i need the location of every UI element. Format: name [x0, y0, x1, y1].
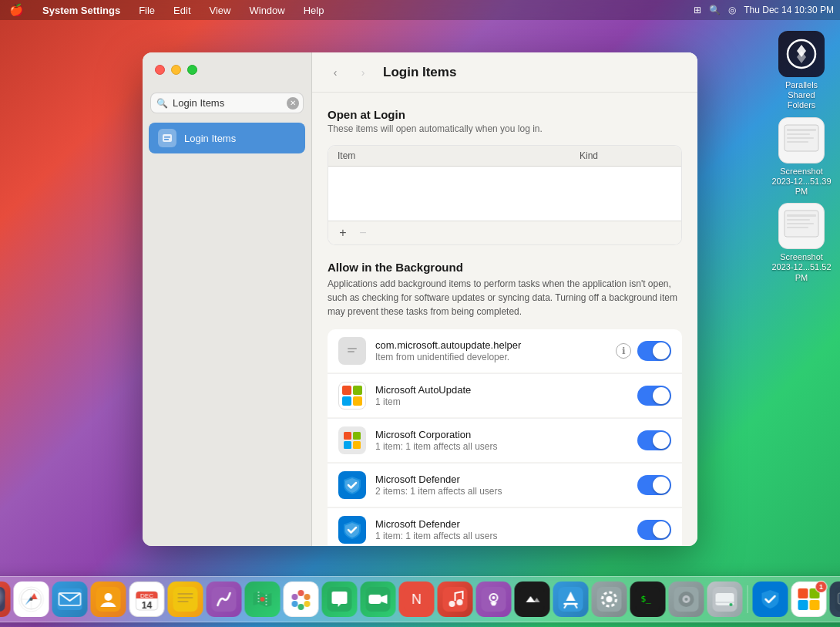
bg-item-ms-autoupdate-helper: com.microsoft.autoupdate.helper Item fro… [328, 329, 682, 372]
dock-mail[interactable] [52, 581, 88, 617]
search-input[interactable] [150, 93, 304, 113]
svg-text:N: N [412, 592, 422, 607]
ms-defender-2-name: Microsoft Defender [375, 518, 628, 530]
dock-notes[interactable] [168, 581, 203, 617]
screenshot1-icon [778, 117, 825, 163]
menubar-app-name[interactable]: System Settings [39, 3, 123, 18]
allow-background-section: Allow in the Background Applications add… [328, 261, 682, 546]
menubar-file[interactable]: File [136, 3, 158, 18]
ms-defender-1-info: Microsoft Defender 2 items: 1 item affec… [375, 474, 628, 497]
svg-rect-10 [787, 227, 808, 228]
svg-rect-92 [798, 588, 808, 598]
dock-launchpad[interactable]: 🚀 [0, 581, 11, 617]
ms-autoupdate-sub: 1 item [375, 396, 628, 407]
dock-diskutil[interactable] [669, 581, 704, 617]
menubar-edit[interactable]: Edit [170, 3, 193, 18]
search-clear-button[interactable]: ✕ [287, 97, 299, 110]
dock-drive[interactable] [707, 581, 743, 617]
svg-rect-94 [798, 600, 808, 610]
ms-autoupdate-icon [338, 382, 366, 410]
login-items-table: Item Kind + − [328, 145, 682, 245]
ms-corp-name: Microsoft Corporation [375, 429, 628, 440]
search-icon-menubar[interactable]: 🔍 [709, 5, 721, 15]
minimize-button[interactable] [171, 65, 181, 75]
desktop-icon-screenshot2[interactable]: Screenshot2023-12...51.52 PM [771, 203, 832, 283]
open-at-login-desc: These items will open automatically when… [328, 123, 682, 136]
svg-rect-17 [342, 386, 351, 395]
ms-autoupdate-controls [637, 386, 671, 406]
dock-freeform[interactable] [207, 581, 242, 617]
sidebar-item-login-items[interactable]: Login Items [149, 123, 305, 153]
svg-rect-56 [178, 601, 189, 602]
menubar-help[interactable]: Help [301, 3, 328, 18]
svg-rect-21 [344, 432, 351, 440]
ms-autoupdate-helper-sub: Item from unidentified developer. [375, 352, 606, 362]
dock-defender[interactable] [753, 581, 788, 617]
svg-rect-55 [178, 597, 193, 598]
title-bar: ‹ › Login Items [312, 52, 697, 93]
dock-calendar[interactable]: 14DEC [129, 581, 165, 617]
dock-maps[interactable] [245, 581, 281, 617]
dock-remote[interactable] [830, 581, 841, 617]
svg-point-64 [292, 601, 298, 607]
remove-item-button[interactable]: − [354, 224, 371, 241]
svg-point-80 [606, 596, 613, 602]
dock-facetime[interactable] [361, 581, 396, 617]
dock-podcasts[interactable] [476, 581, 512, 617]
add-item-button[interactable]: + [334, 224, 351, 241]
svg-rect-33 [0, 587, 5, 612]
page-title: Login Items [383, 65, 456, 80]
svg-rect-23 [344, 441, 351, 449]
svg-point-43 [30, 598, 33, 601]
svg-point-72 [449, 601, 455, 607]
apple-menu[interactable]: 🍎 [6, 2, 27, 19]
ms-autoupdate-helper-toggle[interactable] [637, 341, 671, 361]
ms-defender-2-toggle[interactable] [637, 520, 671, 540]
screenshot2-label: Screenshot2023-12...51.52 PM [771, 252, 832, 283]
background-desc: Applications add background items to per… [328, 277, 682, 319]
dock-appstore[interactable] [553, 581, 589, 617]
dock-messages[interactable] [322, 581, 358, 617]
svg-rect-95 [810, 600, 820, 610]
table-header: Item Kind [328, 146, 681, 167]
menubar-view[interactable]: View [207, 3, 234, 18]
ms-autoupdate-helper-info-btn[interactable]: ℹ [616, 343, 631, 359]
svg-rect-19 [342, 396, 351, 406]
dock-appletv[interactable] [515, 581, 550, 617]
dock-news[interactable]: N [399, 581, 435, 617]
svg-rect-7 [787, 214, 816, 217]
svg-rect-2 [787, 129, 816, 131]
table-controls: + − [328, 221, 681, 244]
sidebar: 🔍 ✕ Login Items [143, 52, 312, 546]
dock: 🚀 14DEC [0, 576, 840, 622]
control-center-icon[interactable]: ⊞ [694, 5, 701, 15]
dock-photos[interactable] [284, 581, 319, 617]
ms-autoupdate-toggle[interactable] [637, 386, 671, 406]
back-button[interactable]: ‹ [324, 65, 346, 80]
dock-divider [748, 585, 748, 613]
svg-rect-24 [353, 441, 361, 449]
dock-terminal[interactable]: $_ [630, 581, 666, 617]
maximize-button[interactable] [187, 65, 197, 75]
forward-button[interactable]: › [352, 65, 374, 80]
svg-rect-12 [164, 137, 170, 138]
siri-icon[interactable]: ◎ [728, 5, 736, 15]
ms-defender-2-icon [338, 516, 366, 544]
close-button[interactable] [155, 65, 165, 75]
dock-music[interactable] [438, 581, 473, 617]
desktop-icon-screenshot1[interactable]: Screenshot2023-12...51.39 PM [771, 117, 832, 197]
menubar-window[interactable]: Window [246, 3, 287, 18]
ms-autoupdate-helper-icon [338, 337, 366, 365]
dock-safari[interactable] [14, 581, 49, 617]
ms-defender-1-icon [338, 471, 366, 499]
dock-mstools[interactable]: 1 [791, 581, 827, 617]
desktop-icon-parallels[interactable]: Parallels SharedFolders [771, 31, 832, 111]
dock-system-settings[interactable] [592, 581, 627, 617]
dock-contacts[interactable] [91, 581, 126, 617]
content-area[interactable]: Open at Login These items will open auto… [312, 93, 697, 546]
svg-point-73 [457, 599, 463, 605]
ms-corp-toggle[interactable] [637, 430, 671, 450]
ms-defender-1-controls [637, 475, 671, 495]
ms-defender-1-toggle[interactable] [637, 475, 671, 495]
svg-text:DEC: DEC [140, 592, 153, 599]
